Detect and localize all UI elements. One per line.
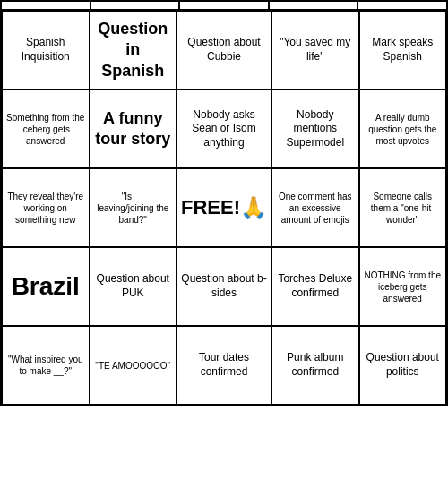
bingo-cell-24: Question about politics <box>359 326 447 405</box>
bingo-cell-17: Question about b-sides <box>177 247 271 326</box>
cell-text-17: Question about b-sides <box>181 272 267 300</box>
cell-text-23: Punk album confirmed <box>276 351 355 379</box>
bingo-cell-13: One comment has an excessive amount of e… <box>271 168 359 247</box>
cell-text-11: "Is __ leaving/joining the band?" <box>94 191 173 226</box>
bingo-title-row <box>0 0 448 9</box>
bingo-grid: Spanish InquisitionQuestion in SpanishQu… <box>0 9 448 406</box>
bingo-cell-15: Brazil <box>2 247 90 326</box>
bingo-cell-9: A really dumb question gets the most upv… <box>359 90 447 168</box>
bingo-cell-7: Nobody asks Sean or Isom anything <box>177 90 271 168</box>
cell-text-8: Nobody mentions Supermodel <box>276 108 355 150</box>
bingo-cell-14: Someone calls them a "one-hit-wonder" <box>359 168 447 247</box>
cell-text-7: Nobody asks Sean or Isom anything <box>181 108 267 150</box>
bingo-cell-2: Question about Cubbie <box>177 11 271 90</box>
cell-text-14: Someone calls them a "one-hit-wonder" <box>364 191 443 226</box>
bingo-cell-19: NOTHING from the iceberg gets answered <box>359 247 447 326</box>
title-b <box>2 2 91 9</box>
title-n <box>180 2 270 9</box>
bingo-cell-6: A funny tour story <box>90 90 177 168</box>
bingo-cell-11: "Is __ leaving/joining the band?" <box>90 168 177 247</box>
title-i <box>91 2 181 9</box>
free-emoji: 🙏 <box>240 193 267 221</box>
cell-text-19: NOTHING from the iceberg gets answered <box>364 269 443 304</box>
cell-text-3: "You saved my life" <box>276 36 355 64</box>
bingo-cell-10: They reveal they're working on something… <box>2 168 90 247</box>
cell-text-15: Brazil <box>12 270 80 303</box>
cell-text-22: Tour dates confirmed <box>181 351 267 379</box>
bingo-cell-8: Nobody mentions Supermodel <box>271 90 359 168</box>
cell-text-24: Question about politics <box>364 351 443 379</box>
cell-text-13: One comment has an excessive amount of e… <box>276 191 355 226</box>
bingo-cell-1: Question in Spanish <box>90 11 177 90</box>
cell-text-2: Question about Cubbie <box>181 36 267 64</box>
free-text: FREE! <box>181 195 240 221</box>
bingo-cell-21: "TE AMOOOOOO" <box>90 326 177 405</box>
bingo-cell-23: Punk album confirmed <box>271 326 359 405</box>
bingo-cell-22: Tour dates confirmed <box>177 326 271 405</box>
cell-text-10: They reveal they're working on something… <box>6 191 85 226</box>
cell-text-0: Spanish Inquisition <box>6 36 85 64</box>
cell-text-18: Torches Deluxe confirmed <box>276 272 355 300</box>
cell-text-16: Question about PUK <box>94 272 173 300</box>
cell-text-6: A funny tour story <box>94 108 173 150</box>
cell-text-4: Mark speaks Spanish <box>364 36 443 64</box>
cell-text-1: Question in Spanish <box>94 19 173 81</box>
bingo-cell-0: Spanish Inquisition <box>2 11 90 90</box>
bingo-cell-4: Mark speaks Spanish <box>359 11 447 90</box>
cell-text-9: A really dumb question gets the most upv… <box>364 112 443 147</box>
cell-text-20: "What inspired you to make __?" <box>6 354 85 377</box>
cell-text-21: "TE AMOOOOOO" <box>95 360 170 372</box>
bingo-cell-12: FREE!🙏 <box>177 168 271 247</box>
title-o <box>358 2 446 9</box>
bingo-cell-3: "You saved my life" <box>271 11 359 90</box>
bingo-cell-18: Torches Deluxe confirmed <box>271 247 359 326</box>
bingo-cell-16: Question about PUK <box>90 247 177 326</box>
bingo-cell-5: Something from the iceberg gets answered <box>2 90 90 168</box>
bingo-cell-20: "What inspired you to make __?" <box>2 326 90 405</box>
title-g <box>270 2 359 9</box>
cell-text-5: Something from the iceberg gets answered <box>6 112 85 147</box>
